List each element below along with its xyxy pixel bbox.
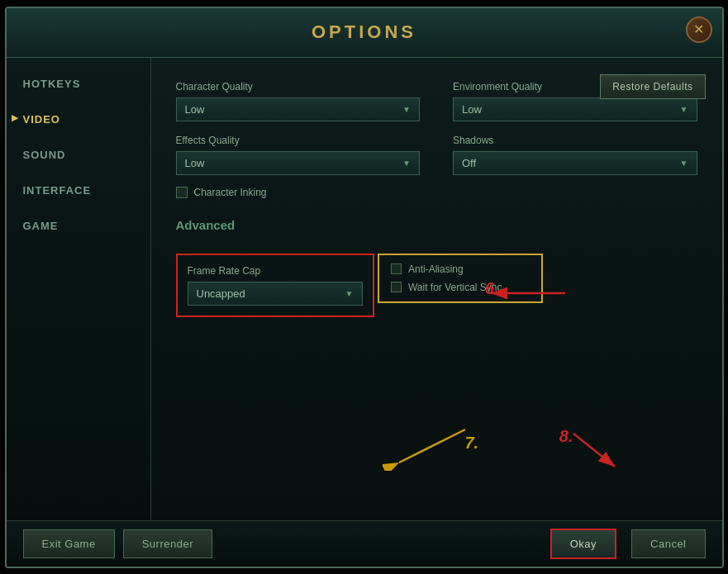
annotation-7: 7.: [465, 434, 479, 453]
cancel-button[interactable]: Cancel: [631, 529, 705, 558]
chevron-down-icon: ▼: [402, 105, 411, 114]
sidebar-item-hotkeys[interactable]: HOTKEYS: [7, 66, 150, 102]
sidebar-item-video[interactable]: VIDEO: [7, 102, 150, 137]
sidebar-item-interface[interactable]: INTERFACE: [7, 173, 150, 208]
svg-line-3: [399, 429, 465, 463]
frame-rate-cap-label: Frame Rate Cap: [188, 265, 363, 277]
annotation-7-arrow: [383, 421, 482, 471]
restore-defaults-button[interactable]: Restore Defaults: [600, 74, 705, 99]
environment-quality-dropdown[interactable]: Low ▼: [453, 97, 697, 121]
effects-quality-dropdown[interactable]: Low ▼: [176, 151, 421, 175]
modal-header: OPTIONS ✕: [7, 8, 722, 58]
modal-body: HOTKEYS VIDEO SOUND INTERFACE GAME Resto…: [7, 58, 722, 520]
main-content: Restore Defaults Character Quality Low ▼…: [151, 58, 722, 520]
modal-title: OPTIONS: [312, 21, 416, 43]
character-quality-dropdown[interactable]: Low ▼: [176, 97, 421, 121]
frame-rate-cap-dropdown[interactable]: Uncapped ▼: [188, 282, 363, 306]
advanced-section: Advanced Frame Rate Cap Uncapped ▼ Anti-…: [176, 218, 697, 318]
character-inking-checkbox[interactable]: [176, 187, 188, 198]
character-quality-label: Character Quality: [176, 81, 421, 93]
chevron-down-icon: ▼: [402, 159, 411, 168]
effects-quality-group: Effects Quality Low ▼: [176, 135, 421, 175]
advanced-frame-rate-box: Frame Rate Cap Uncapped ▼: [176, 254, 374, 317]
options-modal: OPTIONS ✕ HOTKEYS VIDEO SOUND INTERFACE: [5, 7, 724, 568]
shadows-label: Shadows: [453, 135, 697, 146]
advanced-title: Advanced: [176, 218, 697, 232]
vertical-sync-row: Wait for Vertical Sync: [391, 282, 530, 293]
sidebar-item-sound[interactable]: SOUND: [7, 137, 150, 173]
anti-aliasing-row: Anti-Aliasing: [391, 263, 530, 275]
svg-line-5: [573, 434, 615, 467]
character-quality-group: Character Quality Low ▼: [176, 81, 421, 121]
effects-quality-label: Effects Quality: [176, 135, 421, 146]
close-button[interactable]: ✕: [686, 17, 712, 43]
anti-aliasing-checkbox[interactable]: [391, 263, 402, 274]
character-inking-label: Character Inking: [194, 187, 267, 198]
vertical-sync-checkbox[interactable]: [391, 282, 402, 292]
advanced-checkboxes-section: Anti-Aliasing Wait for Vertical Sync: [378, 254, 543, 303]
shadows-dropdown[interactable]: Off ▼: [453, 151, 697, 175]
annotation-8-arrow: [565, 425, 648, 475]
modal-overlay: OPTIONS ✕ HOTKEYS VIDEO SOUND INTERFACE: [0, 0, 728, 574]
surrender-button[interactable]: Surrender: [123, 529, 212, 558]
chevron-down-icon: ▼: [345, 289, 354, 298]
anti-aliasing-label: Anti-Aliasing: [408, 263, 464, 275]
vertical-sync-label: Wait for Vertical Sync: [408, 282, 502, 293]
sidebar: HOTKEYS VIDEO SOUND INTERFACE GAME: [7, 58, 151, 520]
sidebar-item-game[interactable]: GAME: [7, 208, 150, 244]
okay-button[interactable]: Okay: [550, 529, 616, 559]
annotation-8: 8.: [559, 427, 573, 446]
shadows-group: Shadows Off ▼: [453, 135, 697, 175]
character-inking-row: Character Inking: [176, 187, 697, 198]
exit-game-button[interactable]: Exit Game: [23, 529, 115, 558]
chevron-down-icon: ▼: [680, 159, 688, 168]
chevron-down-icon: ▼: [680, 105, 688, 114]
modal-footer: Exit Game Surrender Okay Cancel: [7, 520, 722, 567]
